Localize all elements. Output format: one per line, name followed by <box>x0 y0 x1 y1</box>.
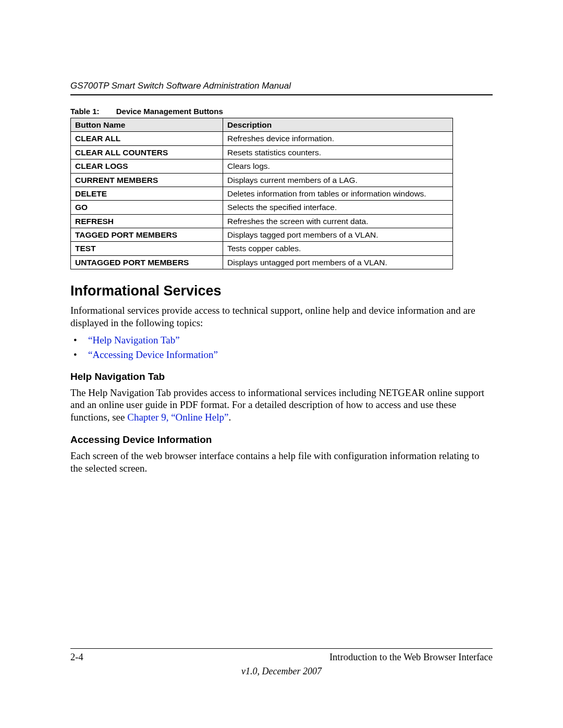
button-desc-cell: Displays current members of a LAG. <box>223 173 453 187</box>
button-name-cell: UNTAGGED PORT MEMBERS <box>71 255 223 269</box>
button-name-cell: GO <box>71 201 223 214</box>
table-header-name: Button Name <box>71 118 223 132</box>
button-name-cell: TEST <box>71 242 223 255</box>
running-header: GS700TP Smart Switch Software Administra… <box>70 81 493 91</box>
table-row: GO Selects the specified interface. <box>71 201 453 214</box>
table-row: UNTAGGED PORT MEMBERS Displays untagged … <box>71 255 453 269</box>
button-name-cell: CURRENT MEMBERS <box>71 173 223 187</box>
table-caption: Table 1: Device Management Buttons <box>70 107 493 116</box>
subsection-heading-accessing-device-information: Accessing Device Information <box>70 434 493 446</box>
button-name-cell: REFRESH <box>71 214 223 228</box>
topic-link-list: “Help Navigation Tab” “Accessing Device … <box>70 335 493 361</box>
section-intro: Informational services provide access to… <box>70 304 493 329</box>
footer-rule <box>70 648 493 649</box>
list-item: “Help Navigation Tab” <box>70 335 493 346</box>
help-navigation-tab-body: The Help Navigation Tab provides access … <box>70 387 493 424</box>
device-management-buttons-table: Button Name Description CLEAR ALL Refres… <box>70 118 453 269</box>
footer-chapter-title: Introduction to the Web Browser Interfac… <box>329 652 493 663</box>
link-chapter-9-online-help[interactable]: Chapter 9, “Online Help” <box>127 412 228 423</box>
table-row: TEST Tests copper cables. <box>71 242 453 255</box>
button-name-cell: DELETE <box>71 187 223 200</box>
page: GS700TP Smart Switch Software Administra… <box>0 0 563 728</box>
footer-version: v1.0, December 2007 <box>70 666 493 677</box>
link-help-navigation-tab[interactable]: “Help Navigation Tab” <box>88 335 180 346</box>
button-name-cell: TAGGED PORT MEMBERS <box>71 228 223 242</box>
button-name-cell: CLEAR ALL COUNTERS <box>71 145 223 159</box>
table-header-desc: Description <box>223 118 453 132</box>
button-desc-cell: Resets statistics counters. <box>223 145 453 159</box>
button-name-cell: CLEAR LOGS <box>71 159 223 173</box>
table-row: TAGGED PORT MEMBERS Displays tagged port… <box>71 228 453 242</box>
button-desc-cell: Displays tagged port members of a VLAN. <box>223 228 453 242</box>
accessing-device-information-body: Each screen of the web browser interface… <box>70 450 493 475</box>
body-text-post: . <box>228 412 231 423</box>
table-row: DELETE Deletes information from tables o… <box>71 187 453 200</box>
table-row: CLEAR LOGS Clears logs. <box>71 159 453 173</box>
button-desc-cell: Tests copper cables. <box>223 242 453 255</box>
button-desc-cell: Refreshes device information. <box>223 132 453 145</box>
button-name-cell: CLEAR ALL <box>71 132 223 145</box>
section-heading-informational-services: Informational Services <box>70 283 493 299</box>
table-row: CLEAR ALL COUNTERS Resets statistics cou… <box>71 145 453 159</box>
button-desc-cell: Displays untagged port members of a VLAN… <box>223 255 453 269</box>
list-item: “Accessing Device Information” <box>70 349 493 361</box>
table-row: CLEAR ALL Refreshes device information. <box>71 132 453 145</box>
table-row: CURRENT MEMBERS Displays current members… <box>71 173 453 187</box>
table-caption-label: Table 1: <box>70 107 100 116</box>
page-footer: 2-4 Introduction to the Web Browser Inte… <box>70 648 493 677</box>
button-desc-cell: Deletes information from tables or infor… <box>223 187 453 200</box>
button-desc-cell: Refreshes the screen with current data. <box>223 214 453 228</box>
subsection-heading-help-navigation-tab: Help Navigation Tab <box>70 371 493 382</box>
button-desc-cell: Selects the specified interface. <box>223 201 453 214</box>
footer-page-number: 2-4 <box>70 652 83 663</box>
table-row: REFRESH Refreshes the screen with curren… <box>71 214 453 228</box>
button-desc-cell: Clears logs. <box>223 159 453 173</box>
table-caption-title: Device Management Buttons <box>116 107 223 116</box>
link-accessing-device-information[interactable]: “Accessing Device Information” <box>88 349 218 360</box>
header-rule <box>70 94 493 95</box>
